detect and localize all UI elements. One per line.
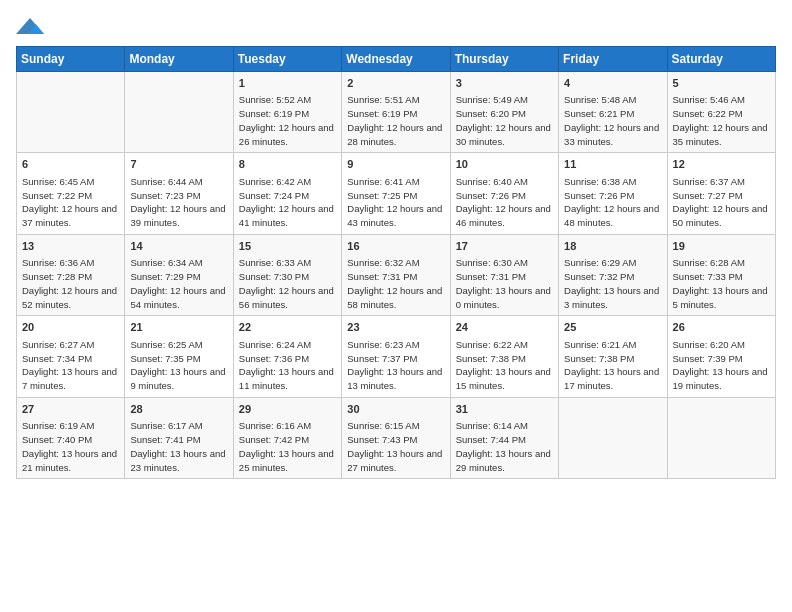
day-number: 18 [564, 239, 661, 254]
day-info: Sunrise: 5:46 AM Sunset: 6:22 PM Dayligh… [673, 93, 770, 148]
day-info: Sunrise: 6:20 AM Sunset: 7:39 PM Dayligh… [673, 338, 770, 393]
calendar-cell: 28Sunrise: 6:17 AM Sunset: 7:41 PM Dayli… [125, 397, 233, 478]
day-number: 27 [22, 402, 119, 417]
calendar-cell: 15Sunrise: 6:33 AM Sunset: 7:30 PM Dayli… [233, 234, 341, 315]
calendar-cell [17, 72, 125, 153]
calendar-cell: 31Sunrise: 6:14 AM Sunset: 7:44 PM Dayli… [450, 397, 558, 478]
day-info: Sunrise: 6:23 AM Sunset: 7:37 PM Dayligh… [347, 338, 444, 393]
calendar-cell: 3Sunrise: 5:49 AM Sunset: 6:20 PM Daylig… [450, 72, 558, 153]
day-number: 11 [564, 157, 661, 172]
day-number: 31 [456, 402, 553, 417]
calendar-cell: 27Sunrise: 6:19 AM Sunset: 7:40 PM Dayli… [17, 397, 125, 478]
calendar-cell: 10Sunrise: 6:40 AM Sunset: 7:26 PM Dayli… [450, 153, 558, 234]
day-header-sunday: Sunday [17, 47, 125, 72]
day-info: Sunrise: 6:25 AM Sunset: 7:35 PM Dayligh… [130, 338, 227, 393]
day-number: 6 [22, 157, 119, 172]
day-number: 2 [347, 76, 444, 91]
day-info: Sunrise: 5:52 AM Sunset: 6:19 PM Dayligh… [239, 93, 336, 148]
day-info: Sunrise: 6:34 AM Sunset: 7:29 PM Dayligh… [130, 256, 227, 311]
day-number: 16 [347, 239, 444, 254]
day-number: 25 [564, 320, 661, 335]
day-number: 8 [239, 157, 336, 172]
day-number: 21 [130, 320, 227, 335]
day-info: Sunrise: 5:49 AM Sunset: 6:20 PM Dayligh… [456, 93, 553, 148]
calendar-table: SundayMondayTuesdayWednesdayThursdayFrid… [16, 46, 776, 479]
calendar-cell: 21Sunrise: 6:25 AM Sunset: 7:35 PM Dayli… [125, 316, 233, 397]
calendar-cell: 24Sunrise: 6:22 AM Sunset: 7:38 PM Dayli… [450, 316, 558, 397]
week-row-5: 27Sunrise: 6:19 AM Sunset: 7:40 PM Dayli… [17, 397, 776, 478]
header-row: SundayMondayTuesdayWednesdayThursdayFrid… [17, 47, 776, 72]
day-header-wednesday: Wednesday [342, 47, 450, 72]
day-number: 30 [347, 402, 444, 417]
day-number: 12 [673, 157, 770, 172]
calendar-cell: 7Sunrise: 6:44 AM Sunset: 7:23 PM Daylig… [125, 153, 233, 234]
day-info: Sunrise: 6:24 AM Sunset: 7:36 PM Dayligh… [239, 338, 336, 393]
day-info: Sunrise: 6:37 AM Sunset: 7:27 PM Dayligh… [673, 175, 770, 230]
day-number: 26 [673, 320, 770, 335]
day-info: Sunrise: 6:21 AM Sunset: 7:38 PM Dayligh… [564, 338, 661, 393]
day-number: 10 [456, 157, 553, 172]
day-number: 13 [22, 239, 119, 254]
calendar-cell: 6Sunrise: 6:45 AM Sunset: 7:22 PM Daylig… [17, 153, 125, 234]
calendar-cell: 14Sunrise: 6:34 AM Sunset: 7:29 PM Dayli… [125, 234, 233, 315]
calendar-cell [125, 72, 233, 153]
calendar-cell: 2Sunrise: 5:51 AM Sunset: 6:19 PM Daylig… [342, 72, 450, 153]
day-number: 24 [456, 320, 553, 335]
day-number: 1 [239, 76, 336, 91]
day-number: 7 [130, 157, 227, 172]
day-info: Sunrise: 6:17 AM Sunset: 7:41 PM Dayligh… [130, 419, 227, 474]
day-number: 15 [239, 239, 336, 254]
calendar-cell: 20Sunrise: 6:27 AM Sunset: 7:34 PM Dayli… [17, 316, 125, 397]
day-info: Sunrise: 6:19 AM Sunset: 7:40 PM Dayligh… [22, 419, 119, 474]
calendar-cell: 9Sunrise: 6:41 AM Sunset: 7:25 PM Daylig… [342, 153, 450, 234]
day-header-saturday: Saturday [667, 47, 775, 72]
day-number: 20 [22, 320, 119, 335]
logo [16, 16, 50, 38]
day-number: 23 [347, 320, 444, 335]
day-number: 28 [130, 402, 227, 417]
calendar-cell: 22Sunrise: 6:24 AM Sunset: 7:36 PM Dayli… [233, 316, 341, 397]
day-info: Sunrise: 6:42 AM Sunset: 7:24 PM Dayligh… [239, 175, 336, 230]
calendar-cell: 18Sunrise: 6:29 AM Sunset: 7:32 PM Dayli… [559, 234, 667, 315]
day-info: Sunrise: 6:40 AM Sunset: 7:26 PM Dayligh… [456, 175, 553, 230]
calendar-cell [667, 397, 775, 478]
calendar-cell: 17Sunrise: 6:30 AM Sunset: 7:31 PM Dayli… [450, 234, 558, 315]
week-row-4: 20Sunrise: 6:27 AM Sunset: 7:34 PM Dayli… [17, 316, 776, 397]
day-number: 22 [239, 320, 336, 335]
week-row-1: 1Sunrise: 5:52 AM Sunset: 6:19 PM Daylig… [17, 72, 776, 153]
day-info: Sunrise: 6:29 AM Sunset: 7:32 PM Dayligh… [564, 256, 661, 311]
day-info: Sunrise: 6:44 AM Sunset: 7:23 PM Dayligh… [130, 175, 227, 230]
day-number: 4 [564, 76, 661, 91]
calendar-cell: 25Sunrise: 6:21 AM Sunset: 7:38 PM Dayli… [559, 316, 667, 397]
day-number: 19 [673, 239, 770, 254]
day-info: Sunrise: 6:38 AM Sunset: 7:26 PM Dayligh… [564, 175, 661, 230]
day-info: Sunrise: 6:14 AM Sunset: 7:44 PM Dayligh… [456, 419, 553, 474]
day-header-tuesday: Tuesday [233, 47, 341, 72]
calendar-cell: 19Sunrise: 6:28 AM Sunset: 7:33 PM Dayli… [667, 234, 775, 315]
page-header [16, 16, 776, 38]
calendar-cell: 12Sunrise: 6:37 AM Sunset: 7:27 PM Dayli… [667, 153, 775, 234]
day-info: Sunrise: 6:22 AM Sunset: 7:38 PM Dayligh… [456, 338, 553, 393]
calendar-cell: 29Sunrise: 6:16 AM Sunset: 7:42 PM Dayli… [233, 397, 341, 478]
week-row-3: 13Sunrise: 6:36 AM Sunset: 7:28 PM Dayli… [17, 234, 776, 315]
day-info: Sunrise: 6:41 AM Sunset: 7:25 PM Dayligh… [347, 175, 444, 230]
day-header-thursday: Thursday [450, 47, 558, 72]
calendar-cell: 1Sunrise: 5:52 AM Sunset: 6:19 PM Daylig… [233, 72, 341, 153]
week-row-2: 6Sunrise: 6:45 AM Sunset: 7:22 PM Daylig… [17, 153, 776, 234]
calendar-cell: 5Sunrise: 5:46 AM Sunset: 6:22 PM Daylig… [667, 72, 775, 153]
day-number: 29 [239, 402, 336, 417]
day-header-monday: Monday [125, 47, 233, 72]
calendar-cell [559, 397, 667, 478]
day-info: Sunrise: 6:32 AM Sunset: 7:31 PM Dayligh… [347, 256, 444, 311]
day-number: 14 [130, 239, 227, 254]
day-header-friday: Friday [559, 47, 667, 72]
day-info: Sunrise: 6:30 AM Sunset: 7:31 PM Dayligh… [456, 256, 553, 311]
day-info: Sunrise: 5:51 AM Sunset: 6:19 PM Dayligh… [347, 93, 444, 148]
calendar-cell: 8Sunrise: 6:42 AM Sunset: 7:24 PM Daylig… [233, 153, 341, 234]
day-number: 3 [456, 76, 553, 91]
day-info: Sunrise: 6:16 AM Sunset: 7:42 PM Dayligh… [239, 419, 336, 474]
day-info: Sunrise: 6:36 AM Sunset: 7:28 PM Dayligh… [22, 256, 119, 311]
calendar-cell: 26Sunrise: 6:20 AM Sunset: 7:39 PM Dayli… [667, 316, 775, 397]
day-number: 9 [347, 157, 444, 172]
day-info: Sunrise: 6:45 AM Sunset: 7:22 PM Dayligh… [22, 175, 119, 230]
